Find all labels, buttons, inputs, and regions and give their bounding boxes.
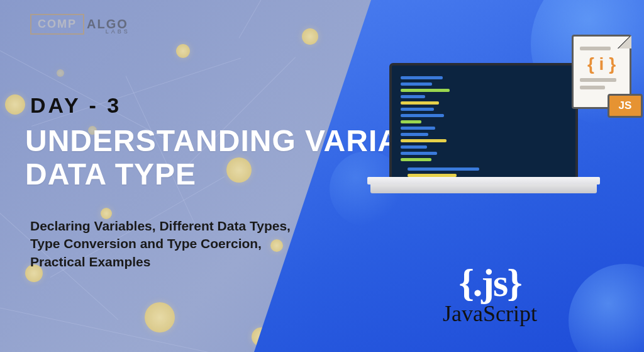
laptop-base <box>370 183 597 193</box>
javascript-logo: {.js} JavaScript <box>443 261 537 327</box>
laptop-screen <box>389 63 578 186</box>
logo-comp: COMP <box>30 14 84 35</box>
js-curly: {.js} <box>443 261 537 305</box>
brand-logo: COMP ALGO LABS <box>30 14 130 35</box>
subtitle: Declaring Variables, Different Data Type… <box>30 217 294 271</box>
js-text: JavaScript <box>443 300 537 327</box>
logo-labs: LABS <box>106 28 130 35</box>
js-badge: JS <box>608 94 643 118</box>
file-braces: { i } <box>574 54 630 74</box>
day-label: DAY - 3 <box>30 93 121 118</box>
js-file-icon: { i } JS <box>565 35 638 109</box>
